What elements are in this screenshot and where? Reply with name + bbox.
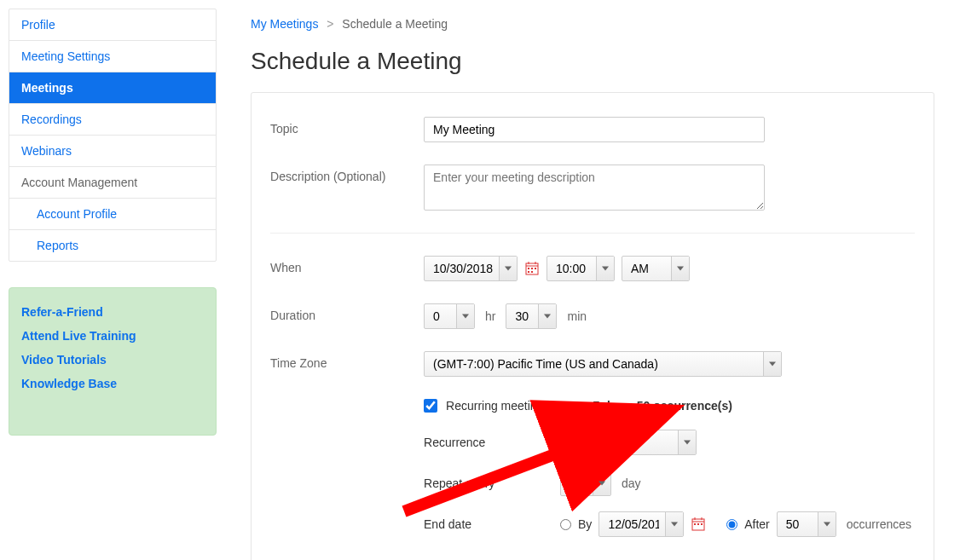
end-after-label: After (744, 517, 770, 531)
sidebar-item-recordings[interactable]: Recordings (9, 104, 216, 136)
sidebar-item-profile[interactable]: Profile (9, 9, 216, 41)
end-date-label: End date (424, 517, 560, 531)
breadcrumb-sep: > (327, 17, 333, 31)
help-link-training[interactable]: Attend Live Training (21, 329, 204, 343)
help-link-kb[interactable]: Knowledge Base (21, 377, 204, 390)
timezone-label: Time Zone (270, 351, 424, 370)
when-ampm-select[interactable]: AM (622, 256, 690, 281)
repeat-unit: day (622, 476, 641, 490)
topic-input[interactable] (424, 117, 765, 142)
calendar-icon[interactable] (691, 517, 706, 532)
svg-rect-5 (531, 268, 533, 269)
duration-hr-select[interactable]: 0 (424, 303, 475, 329)
form-panel: Topic Description (Optional) When (251, 92, 934, 560)
recurrence-label: Recurrence (424, 436, 560, 449)
recurring-summary: Every 7 days, 50 occurrence(s) (557, 399, 732, 413)
sidebar-nav: Profile Meeting Settings Meetings Record… (9, 9, 217, 262)
breadcrumb-current: Schedule a Meeting (342, 17, 448, 31)
breadcrumb-root[interactable]: My Meetings (251, 17, 318, 31)
main-content: My Meetings > Schedule a Meeting Schedul… (225, 0, 960, 560)
svg-rect-7 (528, 271, 529, 273)
svg-rect-4 (528, 268, 529, 269)
help-box: Refer-a-Friend Attend Live Training Vide… (9, 287, 217, 436)
timezone-select[interactable]: (GMT-7:00) Pacific Time (US and Canada) (424, 351, 782, 377)
end-by-radio[interactable] (560, 519, 571, 530)
sidebar-section-account-management: Account Management (9, 167, 216, 199)
breadcrumb: My Meetings > Schedule a Meeting (251, 17, 934, 31)
topic-label: Topic (270, 117, 424, 136)
recurring-label: Recurring meeting (446, 399, 543, 413)
sidebar: Profile Meeting Settings Meetings Record… (0, 0, 225, 560)
repeat-label: Repeat every (424, 476, 560, 490)
repeat-every-select[interactable]: 7 (560, 471, 611, 496)
duration-min-unit: min (567, 309, 587, 323)
page-title: Schedule a Meeting (251, 48, 934, 75)
duration-min-select[interactable]: 30 (506, 303, 557, 329)
sidebar-item-webinars[interactable]: Webinars (9, 136, 216, 167)
recurrence-select[interactable]: Daily (560, 430, 697, 455)
end-by-date-input[interactable] (599, 511, 684, 537)
when-label: When (270, 256, 424, 274)
svg-rect-14 (697, 523, 699, 525)
help-link-tutorials[interactable]: Video Tutorials (21, 353, 204, 367)
divider (270, 233, 915, 234)
svg-rect-15 (701, 523, 703, 525)
duration-label: Duration (270, 303, 424, 322)
description-textarea[interactable] (424, 165, 765, 211)
end-after-unit: occurrences (847, 517, 911, 531)
end-after-select[interactable]: 50 (777, 511, 836, 537)
end-by-label: By (578, 517, 592, 531)
sidebar-item-account-profile[interactable]: Account Profile (9, 199, 216, 230)
end-after-radio[interactable] (726, 519, 737, 530)
duration-hr-unit: hr (485, 309, 495, 323)
description-label: Description (Optional) (270, 165, 424, 183)
help-link-refer[interactable]: Refer-a-Friend (21, 305, 204, 319)
sidebar-item-meeting-settings[interactable]: Meeting Settings (9, 41, 216, 72)
recurring-checkbox[interactable] (424, 399, 437, 413)
svg-rect-13 (694, 523, 696, 525)
svg-rect-8 (531, 271, 533, 273)
sidebar-item-reports[interactable]: Reports (9, 230, 216, 261)
sidebar-item-meetings[interactable]: Meetings (9, 72, 216, 104)
svg-rect-6 (535, 268, 536, 269)
when-date-input[interactable] (424, 256, 518, 281)
calendar-icon[interactable] (524, 261, 540, 276)
when-time-select[interactable]: 10:00 (547, 256, 615, 281)
